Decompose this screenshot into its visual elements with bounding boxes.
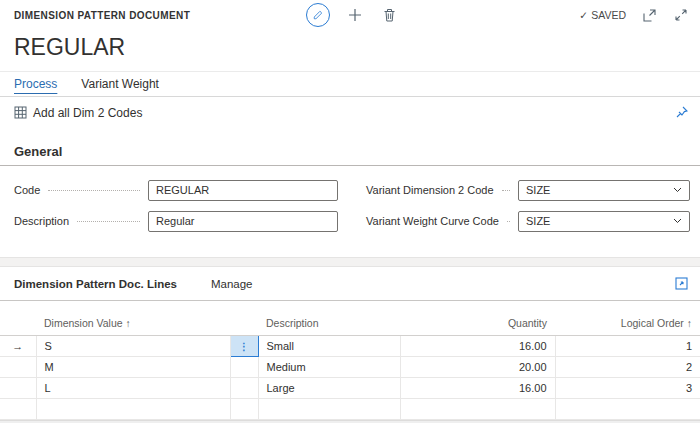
- current-row-indicator: [0, 399, 36, 420]
- lines-part-header: Dimension Pattern Doc. Lines Manage: [0, 267, 700, 300]
- row-indicator-column-header: [0, 310, 36, 336]
- lines-part-title: Dimension Pattern Doc. Lines: [14, 278, 177, 290]
- manage-menu-button[interactable]: Manage: [211, 278, 253, 290]
- current-row-indicator: [0, 357, 36, 378]
- variant-weight-curve-code-label: Variant Weight Curve Code: [366, 215, 499, 227]
- variant-dimension-2-code-select[interactable]: SIZE: [518, 180, 690, 201]
- chevron-down-icon: [673, 187, 682, 193]
- resize-diagonal-icon: [675, 9, 687, 21]
- cell-description[interactable]: [258, 399, 400, 420]
- table-header-row: Dimension Value ↑ Description Quantity L…: [0, 310, 700, 336]
- tab-strip: Process Variant Weight: [0, 71, 700, 97]
- code-field[interactable]: REGULAR: [148, 180, 338, 201]
- tab-process[interactable]: Process: [14, 77, 57, 91]
- cell-dimension-value[interactable]: L: [36, 378, 230, 399]
- dotted-leader: [77, 221, 140, 222]
- row-menu-column-header: [230, 310, 258, 336]
- save-status-label: SAVED: [591, 9, 626, 21]
- delete-button[interactable]: [380, 6, 398, 24]
- current-row-indicator: →: [0, 336, 36, 357]
- record-caption: DIMENSION PATTERN DOCUMENT: [14, 10, 190, 21]
- variant-dimension-2-code-value: SIZE: [526, 184, 550, 196]
- cell-quantity[interactable]: 20.00: [400, 357, 555, 378]
- table-row: L Large 16.00 3: [0, 378, 700, 399]
- add-all-dim2-codes-button[interactable]: Add all Dim 2 Codes: [14, 106, 142, 120]
- cell-logical-order[interactable]: 1: [555, 336, 700, 357]
- open-in-new-window-button[interactable]: [640, 6, 658, 24]
- row-menu-cell[interactable]: [230, 378, 258, 399]
- cell-dimension-value[interactable]: [36, 399, 230, 420]
- cell-logical-order[interactable]: [555, 399, 700, 420]
- cell-description[interactable]: Small: [258, 336, 400, 357]
- cell-dimension-value[interactable]: M: [36, 357, 230, 378]
- trash-icon: [383, 8, 396, 22]
- description-field-label: Description: [14, 215, 69, 227]
- edit-button[interactable]: [306, 3, 330, 27]
- personalize-pin-button[interactable]: [675, 106, 688, 119]
- table-row: M Medium 20.00 2: [0, 357, 700, 378]
- row-menu-cell[interactable]: [230, 399, 258, 420]
- table-row: [0, 399, 700, 420]
- column-header-quantity[interactable]: Quantity: [400, 310, 555, 336]
- general-section: General Code REGULAR Description Regular…: [0, 128, 700, 257]
- new-button[interactable]: [346, 6, 364, 24]
- plus-icon: [348, 8, 362, 22]
- lines-table: Dimension Value ↑ Description Quantity L…: [0, 310, 700, 420]
- description-field[interactable]: Regular: [148, 211, 338, 232]
- cell-quantity[interactable]: [400, 399, 555, 420]
- popout-icon: [643, 9, 656, 22]
- page-title: REGULAR: [0, 30, 700, 71]
- current-row-indicator: [0, 378, 36, 399]
- collapse-page-button[interactable]: [672, 6, 690, 24]
- chevron-down-icon: [673, 218, 682, 224]
- cell-dimension-value[interactable]: S: [36, 336, 230, 357]
- column-header-logical-order[interactable]: Logical Order ↑: [555, 310, 700, 336]
- table-row: → S ⋮ Small 16.00 1: [0, 336, 700, 357]
- cell-quantity[interactable]: 16.00: [400, 378, 555, 399]
- cell-logical-order[interactable]: 2: [555, 357, 700, 378]
- page: DIMENSION PATTERN DOCUMENT ✓: [0, 0, 700, 423]
- row-menu-cell[interactable]: [230, 357, 258, 378]
- variant-dimension-2-code-label: Variant Dimension 2 Code: [366, 184, 494, 196]
- column-header-description[interactable]: Description: [258, 310, 400, 336]
- variant-weight-curve-code-select[interactable]: SIZE: [518, 211, 690, 232]
- cell-logical-order[interactable]: 3: [555, 378, 700, 399]
- lines-divider: [0, 300, 700, 301]
- add-all-dim2-codes-label: Add all Dim 2 Codes: [33, 106, 142, 120]
- general-section-title: General: [0, 144, 700, 165]
- code-field-label: Code: [14, 184, 40, 196]
- pencil-icon: [312, 9, 324, 21]
- dotted-leader: [48, 190, 140, 191]
- column-header-dimension-value[interactable]: Dimension Value ↑: [36, 310, 230, 336]
- pin-icon: [675, 106, 688, 119]
- variant-weight-curve-code-value: SIZE: [526, 215, 550, 227]
- command-bar: DIMENSION PATTERN DOCUMENT ✓: [0, 0, 700, 30]
- cell-quantity[interactable]: 16.00: [400, 336, 555, 357]
- focus-mode-button[interactable]: [675, 277, 688, 290]
- expand-part-icon: [675, 277, 688, 290]
- cell-description[interactable]: Large: [258, 378, 400, 399]
- save-status: ✓ SAVED: [579, 9, 626, 21]
- cell-description[interactable]: Medium: [258, 357, 400, 378]
- grid-icon: [14, 106, 27, 119]
- card-separator: [0, 257, 700, 267]
- check-icon: ✓: [579, 9, 588, 21]
- dotted-leader: [507, 221, 510, 222]
- action-bar: Add all Dim 2 Codes: [0, 97, 700, 128]
- tab-variant-weight[interactable]: Variant Weight: [81, 77, 159, 91]
- dotted-leader: [502, 190, 510, 191]
- row-menu-cell[interactable]: ⋮: [230, 336, 258, 357]
